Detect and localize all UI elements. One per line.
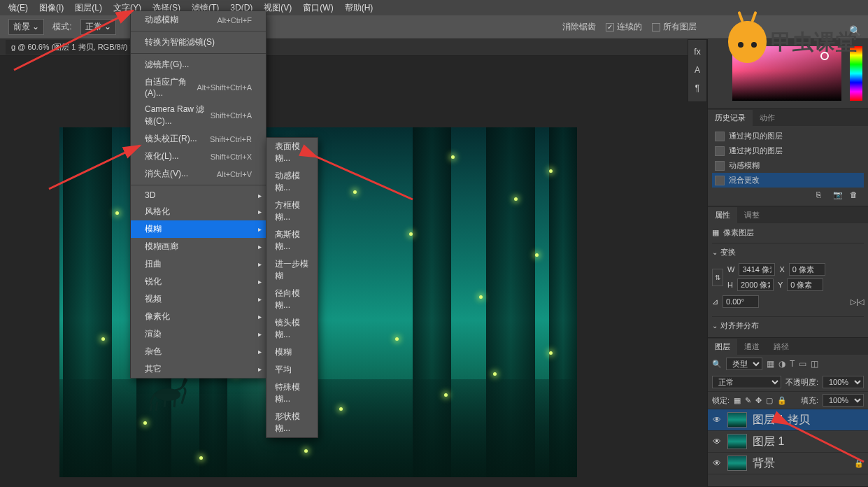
filter-sharpen[interactable]: 锐化 xyxy=(131,273,266,290)
height-input[interactable] xyxy=(737,278,774,291)
blur-box[interactable]: 方框模糊... xyxy=(266,197,318,226)
filter-render[interactable]: 渲染 xyxy=(131,325,266,343)
blur-shape[interactable]: 形状模糊... xyxy=(266,408,318,437)
blur-radial[interactable]: 径向模糊... xyxy=(266,285,318,314)
tab-adjustments[interactable]: 调整 xyxy=(737,207,767,223)
filter-last[interactable]: 动感模糊Alt+Ctrl+F xyxy=(131,11,266,29)
layer-kind-label: 像素图层 xyxy=(723,227,754,238)
history-item[interactable]: 通过拷贝的图层 xyxy=(712,143,864,158)
blur-average[interactable]: 平均 xyxy=(266,361,318,379)
blur-more[interactable]: 进一步模糊 xyxy=(266,255,318,285)
history-item[interactable]: 混合更改 xyxy=(712,173,864,188)
lock-artboard-icon[interactable]: ▢ xyxy=(766,396,773,405)
tab-paths[interactable]: 路径 xyxy=(767,339,796,355)
layer-name[interactable]: 图层 1 xyxy=(753,435,784,449)
filter-cameraraw[interactable]: Camera Raw 滤镜(C)...Shift+Ctrl+A xyxy=(131,101,266,130)
filter-adaptive[interactable]: 自适应广角(A)...Alt+Shift+Ctrl+A xyxy=(131,73,266,101)
visibility-icon[interactable]: 👁 xyxy=(712,415,722,425)
opacity-input[interactable]: 100% xyxy=(823,376,864,388)
blur-smart[interactable]: 特殊模糊... xyxy=(266,379,318,408)
menu-edit[interactable]: 镜(E) xyxy=(3,1,34,15)
filter-blurgallery[interactable]: 模糊画廊 xyxy=(131,238,266,255)
lock-pixels-icon[interactable]: ✎ xyxy=(745,396,751,405)
blur-lens[interactable]: 镜头模糊... xyxy=(266,314,318,344)
menu-image[interactable]: 图像(I) xyxy=(34,1,69,15)
filter-adjust-icon[interactable]: ◑ xyxy=(778,359,785,369)
angle-input[interactable] xyxy=(723,295,759,308)
blur-blur[interactable]: 模糊 xyxy=(266,344,318,361)
document-tab[interactable]: g @ 60.6% (图层 1 拷贝, RGB/8#) * × xyxy=(6,40,148,55)
tab-history[interactable]: 历史记录 xyxy=(708,110,753,126)
deer-illustration xyxy=(143,372,199,414)
filter-lens[interactable]: 镜头校正(R)...Shift+Ctrl+R xyxy=(131,130,266,148)
filter-vanish[interactable]: 消失点(V)...Alt+Ctrl+V xyxy=(131,165,266,183)
blur-gaussian[interactable]: 高斯模糊... xyxy=(266,226,318,255)
lock-position-icon[interactable]: ✥ xyxy=(755,396,762,405)
tab-properties[interactable]: 属性 xyxy=(708,207,737,223)
width-input[interactable] xyxy=(739,263,775,276)
history-new-doc-icon[interactable]: ⎘ xyxy=(816,190,826,200)
lock-icon[interactable]: 🔒 xyxy=(777,396,787,405)
filter-noise[interactable]: 杂色 xyxy=(131,343,266,360)
menu-layer[interactable]: 图层(L) xyxy=(69,1,108,15)
filter-liquify[interactable]: 液化(L)...Shift+Ctrl+X xyxy=(131,148,266,165)
all-layers-checkbox[interactable]: 所有图层 xyxy=(652,21,697,33)
filter-pixelate[interactable]: 像素化 xyxy=(131,308,266,325)
continuous-checkbox[interactable]: ✓连续的 xyxy=(606,21,642,33)
lock-label: 锁定: xyxy=(712,395,730,406)
blur-surface[interactable]: 表面模糊... xyxy=(266,138,318,167)
tab-channels[interactable]: 通道 xyxy=(737,339,767,355)
filter-pixel-icon[interactable]: ▦ xyxy=(767,359,774,369)
filter-smart[interactable]: 转换为智能滤镜(S) xyxy=(131,34,266,51)
layer-thumbnail[interactable] xyxy=(727,456,747,471)
transform-section[interactable]: 变换 xyxy=(712,247,864,257)
tab-layers[interactable]: 图层 xyxy=(708,339,737,355)
flip-horizontal-icon[interactable]: ▷|◁ xyxy=(851,297,864,306)
layer-row[interactable]: 👁 背景 🔒 xyxy=(708,453,868,474)
history-item[interactable]: 动感模糊 xyxy=(712,158,864,173)
mode-select[interactable]: 正常 ⌄ xyxy=(80,19,116,35)
opacity-label: 不透明度: xyxy=(785,377,818,388)
layer-row[interactable]: 👁 图层 1 拷贝 xyxy=(708,409,868,431)
link-icon[interactable]: ⇅ xyxy=(712,269,723,286)
menu-window[interactable]: 窗口(W) xyxy=(297,1,339,15)
menu-help[interactable]: 帮助(H) xyxy=(339,1,379,15)
history-item[interactable]: 通过拷贝的图层 xyxy=(712,129,864,143)
history-snapshot-icon[interactable]: 📷 xyxy=(833,190,843,200)
panel-dock-strip: fx A ¶ xyxy=(688,39,707,102)
tab-actions[interactable]: 动作 xyxy=(753,110,782,126)
lock-icon: 🔒 xyxy=(854,459,864,468)
filter-kind-select[interactable]: 类型 xyxy=(726,358,762,370)
filter-blur[interactable]: 模糊 xyxy=(131,220,266,238)
filter-shape-icon[interactable]: ▭ xyxy=(799,359,806,369)
filter-type-icon[interactable]: T xyxy=(790,359,795,369)
filter-distort[interactable]: 扭曲 xyxy=(131,255,266,273)
filter-other[interactable]: 其它 xyxy=(131,360,266,378)
lock-all-icon[interactable]: ▦ xyxy=(734,396,741,405)
fill-source-select[interactable]: 前景 ⌄ xyxy=(8,19,44,35)
layer-thumbnail[interactable] xyxy=(727,434,747,449)
filter-video[interactable]: 视频 xyxy=(131,290,266,308)
y-input[interactable] xyxy=(787,278,823,291)
filter-smart-icon[interactable]: ◫ xyxy=(811,359,818,369)
paragraph-icon[interactable]: ¶ xyxy=(695,83,699,93)
fx-icon[interactable]: fx xyxy=(694,47,700,57)
layer-thumbnail[interactable] xyxy=(727,412,747,428)
mode-label: 模式: xyxy=(52,21,71,33)
trash-icon[interactable]: 🗑 xyxy=(850,190,860,200)
visibility-icon[interactable]: 👁 xyxy=(712,437,722,446)
align-section[interactable]: 对齐并分布 xyxy=(712,320,864,331)
search-icon[interactable]: 🔍 xyxy=(712,360,722,369)
fill-input[interactable]: 100% xyxy=(823,394,864,407)
filter-stylize[interactable]: 风格化 xyxy=(131,203,266,220)
layer-name[interactable]: 图层 1 拷贝 xyxy=(753,413,810,428)
layer-row[interactable]: 👁 图层 1 xyxy=(708,431,868,453)
character-icon[interactable]: A xyxy=(695,65,700,75)
blur-motion[interactable]: 动感模糊... xyxy=(266,167,318,197)
visibility-icon[interactable]: 👁 xyxy=(712,458,722,468)
layer-name[interactable]: 背景 xyxy=(753,456,775,471)
x-input[interactable] xyxy=(789,263,825,276)
filter-gallery[interactable]: 滤镜库(G)... xyxy=(131,56,266,73)
filter-3d[interactable]: 3D xyxy=(131,188,266,203)
blend-mode-select[interactable]: 正常 xyxy=(712,376,781,388)
